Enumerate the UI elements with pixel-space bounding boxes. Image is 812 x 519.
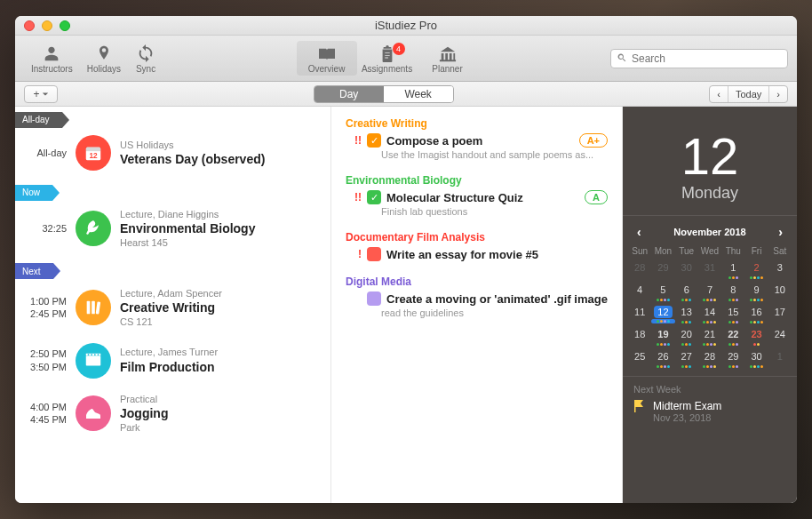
assignment-title: Create a moving or 'animated' .gif image [386, 292, 608, 306]
svg-rect-5 [96, 302, 101, 315]
sync-button[interactable]: Sync [128, 41, 163, 76]
event-row[interactable]: 4:00 PM4:45 PM Practical Jogging Park [15, 387, 330, 443]
cal-day[interactable]: 27 [675, 348, 698, 369]
svg-rect-1 [86, 148, 101, 152]
cal-day[interactable]: 28 [698, 348, 721, 369]
holidays-button[interactable]: Holidays [80, 41, 128, 76]
cal-day[interactable]: 4 [628, 282, 651, 302]
checkbox[interactable] [367, 291, 381, 306]
cal-day[interactable]: 17 [768, 304, 792, 324]
cal-day[interactable]: 29 [721, 348, 744, 369]
ribbon-all-day: All-day [15, 110, 330, 126]
cal-day[interactable]: 18 [628, 326, 651, 347]
event-row[interactable]: All-day 12 US Holidays Veterans Day (obs… [15, 130, 330, 180]
svg-point-9 [91, 354, 92, 355]
today-button[interactable]: Today [728, 86, 769, 102]
film-icon [76, 343, 111, 379]
assignment-category: Creative Writing [346, 117, 608, 130]
cal-day[interactable]: 13 [675, 304, 698, 324]
event-row[interactable]: 2:50 PM3:50 PM Lecture, James Turner Fil… [15, 338, 330, 387]
cal-day[interactable]: 12 [651, 304, 674, 324]
calendar-header: ‹ November 2018 › [628, 223, 792, 244]
view-segment: Day Week [314, 85, 454, 103]
cal-day[interactable]: 26 [651, 348, 674, 369]
grade-pill: A+ [579, 133, 608, 148]
label: Assignments [362, 64, 412, 74]
cal-day[interactable]: 24 [768, 326, 792, 347]
cal-day[interactable]: 6 [675, 282, 698, 302]
cal-day[interactable]: 31 [698, 260, 721, 280]
cal-dayname: Fri [744, 244, 768, 258]
svg-rect-4 [92, 301, 95, 315]
main-tabs: Overview 4 Assignments Planner [297, 41, 478, 76]
cal-day[interactable]: 15 [721, 304, 744, 324]
event-row[interactable]: 32:25 Lecture, Diane Higgins Environment… [15, 203, 330, 259]
cal-day[interactable]: 9 [744, 282, 768, 302]
cal-day[interactable]: 30 [744, 348, 768, 369]
control-bar: + Day Week ‹ Today › [15, 82, 797, 107]
search-field[interactable] [610, 49, 788, 68]
checkbox[interactable] [367, 247, 381, 261]
cal-day[interactable]: 8 [721, 282, 744, 302]
cal-day[interactable]: 7 [698, 282, 721, 302]
cal-day[interactable]: 29 [651, 260, 674, 280]
assignment-item[interactable]: Digital Media Create a moving or 'animat… [346, 275, 608, 318]
add-button[interactable]: + [24, 85, 58, 103]
search-icon [617, 51, 627, 67]
cal-day[interactable]: 1 [721, 260, 744, 280]
assignment-item[interactable]: Creative Writing !! ✓ Compose a poem A+ … [346, 117, 608, 160]
next-button[interactable]: › [769, 86, 787, 102]
upcoming-event[interactable]: Midterm Exam [633, 400, 786, 412]
assignment-title: Compose a poem [386, 134, 482, 148]
cal-day[interactable]: 2 [744, 260, 768, 280]
cal-day[interactable]: 11 [628, 304, 651, 324]
event-time: All-day [26, 147, 67, 159]
flag-icon [633, 400, 646, 412]
cal-day[interactable]: 14 [698, 304, 721, 324]
cal-day[interactable]: 28 [628, 260, 651, 280]
date-nav: ‹ Today › [709, 85, 788, 103]
cal-month-label: November 2018 [673, 227, 745, 237]
assignments-badge: 4 [393, 43, 405, 55]
search-input[interactable] [632, 52, 782, 65]
app-window: iStudiez Pro Instructors Holidays Sync O… [15, 16, 797, 503]
checkbox[interactable]: ✓ [367, 190, 381, 204]
event-text: Lecture, Diane Higgins Environmental Bio… [120, 208, 255, 250]
mini-calendar: ‹ November 2018 › SunMonTueWedThuFriSat2… [623, 216, 797, 376]
cal-day[interactable]: 23 [744, 326, 768, 347]
instructors-button[interactable]: Instructors [24, 41, 80, 76]
tab-planner[interactable]: Planner [418, 41, 478, 76]
event-time: 1:00 PM2:45 PM [26, 295, 67, 321]
cal-day[interactable]: 16 [744, 304, 768, 324]
cal-next-button[interactable]: › [773, 225, 788, 239]
priority-indicator: !! [346, 134, 362, 147]
cal-prev-button[interactable]: ‹ [632, 225, 647, 239]
prev-button[interactable]: ‹ [710, 86, 728, 102]
cal-day[interactable]: 21 [698, 326, 721, 347]
segment-week[interactable]: Week [384, 86, 453, 102]
tab-overview[interactable]: Overview [297, 41, 357, 76]
priority-indicator: ! [346, 248, 362, 260]
cal-day[interactable]: 20 [675, 326, 698, 347]
svg-point-11 [98, 354, 100, 355]
assignment-item[interactable]: Environmental Biology !! ✓ Molecular Str… [346, 174, 608, 217]
toolbar: Instructors Holidays Sync Overview 4 Ass… [15, 36, 797, 82]
cal-day[interactable]: 10 [768, 282, 792, 302]
cal-day[interactable]: 22 [721, 326, 744, 347]
assignment-subtitle: read the guidelines [381, 307, 608, 318]
event-row[interactable]: 1:00 PM2:45 PM Lecture, Adam Spencer Cre… [15, 282, 330, 338]
checkbox[interactable]: ✓ [367, 133, 381, 148]
tab-assignments[interactable]: 4 Assignments [357, 41, 418, 76]
ribbon-now: Now [15, 183, 330, 199]
cal-day[interactable]: 5 [651, 282, 674, 302]
cal-day[interactable]: 3 [768, 260, 792, 280]
cal-day[interactable]: 30 [675, 260, 698, 280]
assignment-item[interactable]: Documentary Film Analysis ! Write an ess… [346, 231, 608, 261]
cal-dayname: Tue [675, 244, 698, 258]
event-text: Practical Jogging Park [120, 393, 168, 435]
segment-day[interactable]: Day [314, 86, 384, 102]
cal-day[interactable]: 1 [768, 348, 792, 369]
cal-day[interactable]: 25 [628, 348, 651, 369]
cal-day[interactable]: 19 [651, 326, 674, 347]
assignment-subtitle: Use the Imagist handout and sample poems… [381, 149, 608, 160]
